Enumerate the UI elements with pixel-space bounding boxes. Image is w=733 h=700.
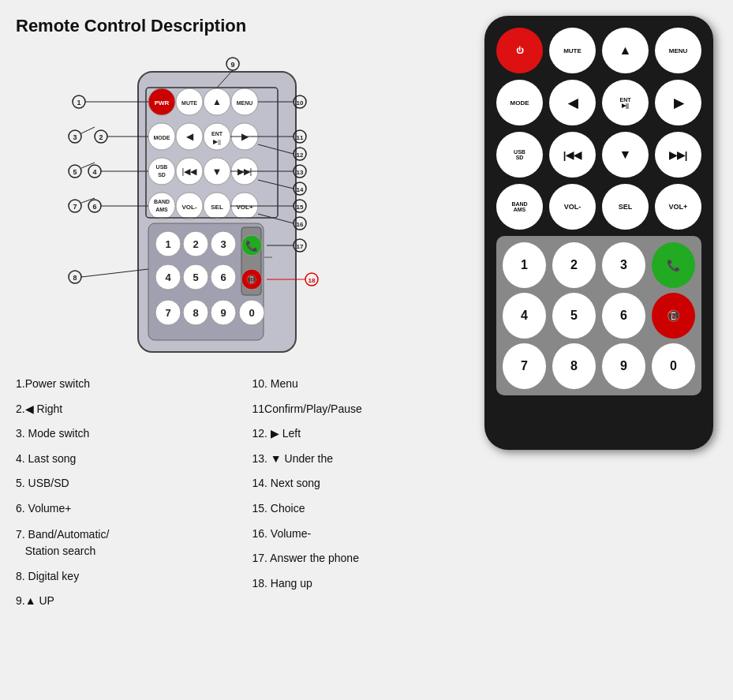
photo-sel-btn[interactable]: SEL [602,184,649,230]
svg-text:16: 16 [297,221,304,228]
svg-point-108 [294,217,306,230]
photo-mute-btn[interactable]: MUTE [549,28,596,73]
photo-up-btn[interactable]: ▲ [602,28,649,73]
svg-point-96 [294,148,306,160]
photo-hangup-btn[interactable]: 📵 [652,293,695,339]
desc-item-15: 15. Choice [252,496,466,522]
svg-point-53 [241,269,262,290]
desc-item-13: 13. ▼ Under the [252,447,466,472]
svg-text:📵: 📵 [246,274,257,285]
photo-btn-3[interactable]: 3 [602,242,645,288]
svg-text:USB: USB [156,164,168,170]
svg-text:MENU: MENU [237,100,253,106]
photo-btn-6[interactable]: 6 [602,293,645,339]
photo-usbsd-btn[interactable]: USBSD [496,132,543,178]
svg-text:11: 11 [297,134,304,141]
svg-text:12: 12 [297,152,304,159]
svg-point-49 [183,264,208,290]
photo-ent-btn[interactable]: ENT▶|| [602,80,649,125]
photo-btn-5[interactable]: 5 [552,293,596,339]
page-title: Remote Control Description [16,16,465,36]
desc-item-7: 7. Band/Automatic/ Station search [16,522,229,564]
photo-btn-4[interactable]: 4 [503,293,546,339]
svg-text:4: 4 [92,168,96,176]
svg-point-72 [88,165,101,178]
svg-text:1: 1 [77,99,80,107]
svg-point-13 [204,123,230,150]
diagram-svg: PWR MUTE ▲ MENU MODE ◀ ENT ▶|| [16,48,347,364]
svg-point-63 [73,95,85,108]
photo-right-btn[interactable]: ▶ [655,80,701,125]
svg-point-51 [211,264,236,290]
svg-point-18 [148,158,175,185]
svg-point-57 [183,300,208,325]
svg-text:PWR: PWR [155,99,170,107]
svg-text:1: 1 [165,238,170,250]
photo-btn-8[interactable]: 8 [552,343,596,389]
desc-item-14: 14. Next song [252,471,466,496]
svg-text:▶▶|: ▶▶| [237,167,252,176]
desc-item-9: 9.▲ UP [16,589,229,614]
svg-text:ENT: ENT [211,131,223,137]
svg-text:VOL+: VOL+ [236,204,252,211]
svg-text:8: 8 [73,274,77,282]
svg-point-21 [176,158,203,185]
svg-text:MUTE: MUTE [181,100,197,106]
svg-text:4: 4 [165,271,171,283]
svg-text:|◀◀: |◀◀ [182,167,198,176]
svg-point-23 [204,158,230,185]
photo-btn-7[interactable]: 7 [503,343,546,389]
svg-point-81 [69,200,81,212]
photo-volplus-btn[interactable]: VOL+ [655,184,701,230]
svg-point-59 [211,300,236,325]
svg-point-45 [241,235,262,256]
photo-next-btn[interactable]: ▶▶| [655,132,701,178]
svg-text:📞: 📞 [245,239,259,253]
photo-prev-btn[interactable]: |◀◀ [549,132,596,178]
photo-answer-btn[interactable]: 📞 [652,242,695,288]
svg-text:3: 3 [73,133,77,141]
svg-text:17: 17 [297,243,304,250]
photo-band-btn[interactable]: BANDAMS [496,184,543,230]
svg-rect-44 [241,227,261,295]
svg-text:9: 9 [220,307,226,319]
photo-power-btn[interactable]: ⏻ [496,28,543,73]
main-container: Remote Control Description PWR MUTE ▲ [0,0,733,700]
svg-text:VOL-: VOL- [181,204,196,211]
desc-item-10: 10. Menu [252,372,466,397]
svg-text:2: 2 [99,133,103,141]
photo-menu-btn[interactable]: MENU [655,28,701,73]
svg-point-38 [155,231,181,256]
svg-point-66 [95,130,107,143]
svg-point-75 [69,165,81,178]
desc-item-18: 18. Hang up [252,571,466,597]
svg-text:9: 9 [230,61,234,69]
photo-down-btn[interactable]: ▼ [602,132,649,178]
desc-item-2: 2.◀ Right [16,397,229,422]
svg-point-105 [294,200,306,212]
desc-col-left: 1.Power switch 2.◀ Right 3. Mode switch … [16,372,229,614]
svg-point-40 [183,231,208,256]
svg-point-5 [204,88,230,115]
svg-line-89 [217,70,233,88]
photo-btn-1[interactable]: 1 [503,242,546,288]
photo-btn-2[interactable]: 2 [552,242,596,288]
svg-rect-0 [138,72,296,352]
photo-btn-9[interactable]: 9 [602,343,645,389]
left-panel: Remote Control Description PWR MUTE ▲ [8,8,473,692]
svg-point-61 [239,300,264,325]
svg-point-69 [69,130,81,143]
photo-mode-btn[interactable]: MODE [496,80,543,125]
svg-text:SD: SD [158,172,166,178]
desc-item-1: 1.Power switch [16,372,229,397]
svg-line-77 [81,163,95,168]
photo-volminus-btn[interactable]: VOL- [549,184,596,230]
svg-point-47 [155,264,181,290]
desc-item-16: 16. Volume- [252,522,466,547]
photo-btn-0[interactable]: 0 [652,343,695,389]
svg-point-3 [176,88,203,115]
photo-left-btn[interactable]: ◀ [549,80,596,125]
svg-point-90 [294,95,306,108]
svg-line-110 [258,214,294,223]
svg-text:MODE: MODE [154,135,170,140]
